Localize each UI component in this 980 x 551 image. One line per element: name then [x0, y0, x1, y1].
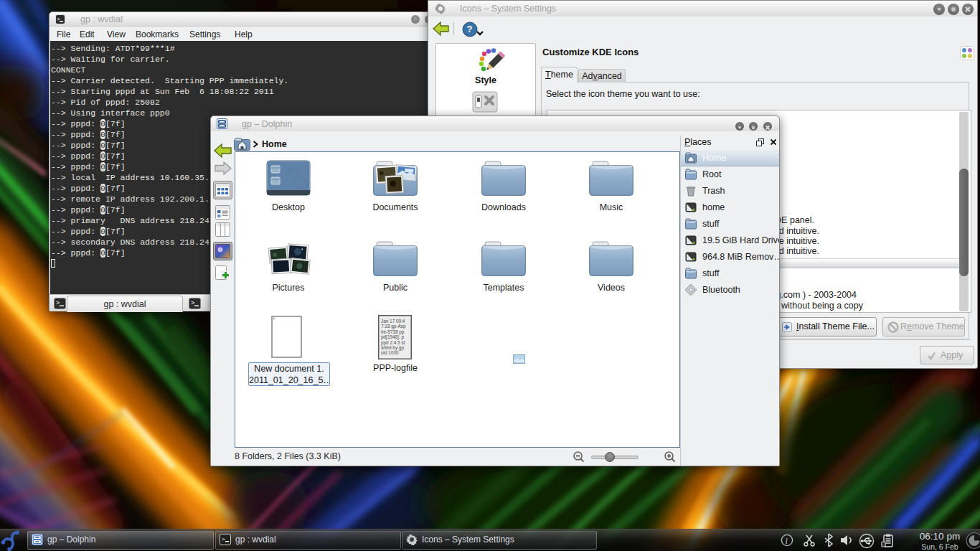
svg-text:i: i [786, 536, 788, 546]
svg-text:>: > [222, 536, 225, 542]
svg-text:?: ? [467, 24, 473, 34]
svg-text:>: > [191, 300, 194, 307]
svg-text:>: > [56, 300, 60, 307]
